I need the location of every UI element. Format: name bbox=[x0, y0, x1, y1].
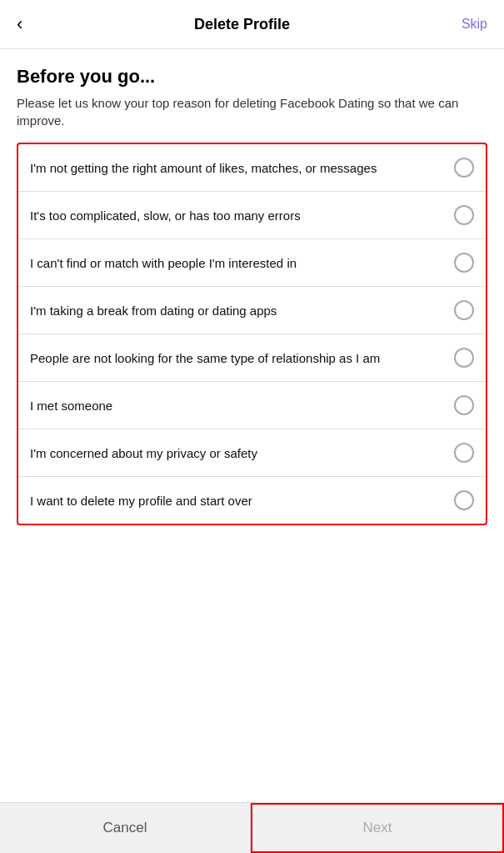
list-item[interactable]: It's too complicated, slow, or has too m… bbox=[18, 192, 486, 239]
options-list: I'm not getting the right amount of like… bbox=[17, 143, 487, 525]
radio-circle[interactable] bbox=[454, 443, 474, 463]
section-subtitle: Please let us know your top reason for d… bbox=[17, 94, 487, 129]
radio-circle[interactable] bbox=[454, 205, 474, 225]
option-text: I'm taking a break from dating or dating… bbox=[30, 302, 454, 319]
radio-circle[interactable] bbox=[454, 158, 474, 178]
list-item[interactable]: I'm concerned about my privacy or safety bbox=[18, 429, 486, 477]
option-text: I want to delete my profile and start ov… bbox=[30, 492, 454, 509]
section-title: Before you go... bbox=[17, 66, 487, 88]
page-title: Delete Profile bbox=[194, 16, 290, 33]
skip-button[interactable]: Skip bbox=[462, 17, 487, 32]
option-text: I'm not getting the right amount of like… bbox=[30, 159, 454, 177]
option-text: I'm concerned about my privacy or safety bbox=[30, 444, 454, 462]
list-item[interactable]: People are not looking for the same type… bbox=[18, 334, 486, 382]
back-button[interactable]: ‹ bbox=[17, 13, 22, 35]
cancel-button[interactable]: Cancel bbox=[0, 803, 251, 853]
list-item[interactable]: I met someone bbox=[18, 382, 486, 429]
radio-circle[interactable] bbox=[454, 253, 474, 273]
list-item[interactable]: I'm taking a break from dating or dating… bbox=[18, 287, 486, 334]
option-text: People are not looking for the same type… bbox=[30, 349, 454, 367]
list-item[interactable]: I'm not getting the right amount of like… bbox=[18, 144, 486, 192]
radio-circle[interactable] bbox=[454, 395, 474, 415]
option-text: I can't find or match with people I'm in… bbox=[30, 254, 454, 272]
option-text: I met someone bbox=[30, 397, 454, 414]
radio-circle[interactable] bbox=[454, 300, 474, 320]
footer: Cancel Next bbox=[0, 802, 504, 853]
radio-circle[interactable] bbox=[454, 490, 474, 510]
list-item[interactable]: I can't find or match with people I'm in… bbox=[18, 239, 486, 287]
main-content: Before you go... Please let us know your… bbox=[0, 49, 504, 525]
header: ‹ Delete Profile Skip bbox=[0, 0, 504, 49]
option-text: It's too complicated, slow, or has too m… bbox=[30, 207, 454, 224]
next-button[interactable]: Next bbox=[251, 803, 504, 853]
radio-circle[interactable] bbox=[454, 348, 474, 368]
list-item[interactable]: I want to delete my profile and start ov… bbox=[18, 477, 486, 524]
